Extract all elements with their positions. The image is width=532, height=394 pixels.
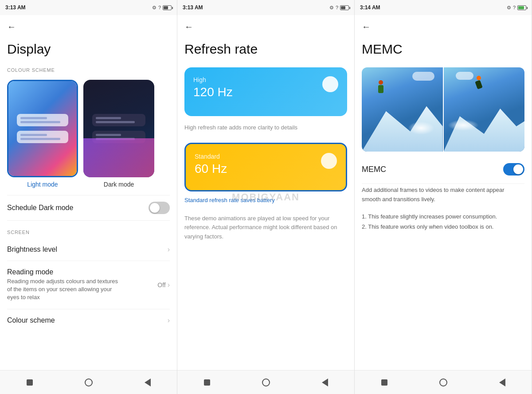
nav-square-icon-3: [381, 379, 387, 386]
status-icons-2: ⚙ ?: [329, 5, 349, 11]
theme-option-light[interactable]: Light mode: [7, 80, 78, 188]
question-icon-2: ?: [336, 5, 338, 10]
memc-notes: 1. This feature slightly increases power…: [355, 210, 532, 238]
refresh-card-standard[interactable]: Standard 60 Hz: [184, 143, 347, 191]
reading-mode-left: Reading mode Reading mode adjusts colour…: [7, 268, 122, 302]
brightness-right: ›: [168, 246, 170, 254]
high-card-hz: 120 Hz: [193, 85, 338, 99]
panel-content-2: High 120 Hz High refresh rate adds more …: [177, 64, 354, 370]
refresh-note: These demo animations are played at low …: [177, 209, 354, 247]
battery-indicator-1: [163, 5, 172, 10]
colour-scheme-title: Colour scheme: [7, 316, 55, 324]
memc-toggle-row: MEMC: [355, 155, 532, 183]
brightness-menu-item[interactable]: Brightness level ›: [0, 238, 177, 261]
settings-icon-1: ⚙: [152, 5, 156, 11]
preview-line-2: [20, 121, 60, 123]
memc-toggle[interactable]: [503, 163, 524, 176]
nav-circle-btn-1[interactable]: [82, 375, 96, 390]
colour-scheme-menu-item[interactable]: Colour scheme ›: [0, 309, 177, 332]
status-bar-1: 3:13 AM ⚙ ?: [0, 0, 177, 15]
snow-spray-left: [408, 121, 434, 135]
high-card-label: High: [193, 76, 338, 83]
page-title-2: Refresh rate: [177, 38, 354, 64]
display-panel: 3:13 AM ⚙ ? ← Display COLOUR SCHEME: [0, 0, 177, 394]
memc-description: Add additional frames to videos to make …: [355, 184, 532, 210]
preview-card-2: [17, 131, 68, 143]
panel-content-3: MEMC Add additional frames to videos to …: [355, 64, 532, 370]
theme-selector: Light mode: [0, 76, 177, 195]
preview-line-3: [20, 134, 47, 136]
page-title-1: Display: [0, 38, 177, 64]
back-button-2[interactable]: ←: [184, 22, 193, 32]
standard-link: Standard refresh rate saves battery: [177, 195, 354, 209]
schedule-dark-label: Schedule Dark mode: [7, 204, 73, 212]
back-button-3[interactable]: ←: [362, 22, 371, 32]
nav-square-icon-1: [27, 379, 33, 386]
status-icons-3: ⚙ ?: [507, 5, 526, 11]
brightness-title: Brightness level: [7, 246, 57, 254]
nav-circle-btn-2[interactable]: [259, 375, 273, 390]
preview-line-1: [20, 117, 47, 119]
standard-card-label: Standard: [195, 153, 337, 160]
divider-2: [7, 220, 170, 221]
bottom-nav-3: [355, 370, 532, 394]
status-time-1: 3:13 AM: [5, 4, 26, 11]
preview-line-4: [20, 138, 60, 140]
refresh-card-high[interactable]: High 120 Hz: [184, 67, 347, 116]
cloud-right: [456, 72, 473, 80]
cloud-left: [412, 72, 434, 81]
colour-scheme-left: Colour scheme: [7, 316, 55, 324]
dark-mode-label: Dark mode: [104, 181, 134, 188]
bottom-nav-1: [0, 370, 177, 394]
nav-back-btn-2[interactable]: [318, 375, 332, 390]
dark-accent: [83, 138, 154, 177]
nav-square-btn-1[interactable]: [23, 375, 37, 390]
memc-note-2: 2. This feature works only when video to…: [362, 223, 493, 230]
status-bar-3: 3:14 AM ⚙ ?: [355, 0, 532, 15]
light-mode-label: Light mode: [27, 181, 58, 188]
theme-option-dark[interactable]: Dark mode: [83, 80, 154, 188]
status-time-3: 3:14 AM: [360, 4, 380, 11]
nav-triangle-icon-2: [322, 378, 328, 386]
colour-scheme-chevron: ›: [168, 316, 170, 324]
reading-mode-title: Reading mode: [7, 268, 122, 276]
nav-circle-icon-1: [85, 378, 93, 386]
status-icons-1: ⚙ ?: [152, 5, 172, 11]
schedule-dark-toggle[interactable]: [149, 202, 170, 214]
light-mode-preview[interactable]: [7, 80, 78, 177]
brightness-chevron: ›: [168, 246, 170, 254]
nav-square-icon-2: [204, 379, 210, 386]
question-icon-1: ?: [158, 5, 161, 10]
dark-mode-preview[interactable]: [83, 80, 154, 177]
reading-mode-menu-item[interactable]: Reading mode Reading mode adjusts colour…: [0, 261, 177, 309]
reading-mode-value: Off: [157, 281, 165, 289]
memc-image-left: [362, 67, 443, 152]
section-label-screen: SCREEN: [0, 226, 177, 238]
memc-panel: 3:14 AM ⚙ ? ← MEMC: [355, 0, 532, 394]
colour-scheme-right: ›: [168, 316, 170, 324]
memc-toggle-label: MEMC: [362, 165, 386, 174]
standard-card-hz: 60 Hz: [195, 162, 337, 176]
nav-triangle-icon-1: [145, 378, 151, 386]
memc-toggle-thumb: [513, 164, 523, 174]
settings-icon-2: ⚙: [329, 5, 334, 11]
nav-circle-btn-3[interactable]: [436, 375, 450, 390]
nav-square-btn-2[interactable]: [200, 375, 214, 390]
refresh-rate-panel: 3:13 AM ⚙ ? ← Refresh rate High 120 Hz H…: [177, 0, 355, 394]
back-button-1[interactable]: ←: [7, 22, 16, 32]
top-nav-3: ←: [355, 15, 532, 38]
high-hint: High refresh rate adds more clarity to d…: [177, 120, 354, 139]
reading-mode-chevron: ›: [168, 281, 170, 289]
nav-circle-icon-3: [439, 378, 447, 386]
preview-card-1: [17, 114, 68, 126]
nav-back-btn-1[interactable]: [141, 375, 155, 390]
page-title-3: MEMC: [355, 38, 532, 64]
nav-triangle-icon-3: [499, 378, 505, 386]
high-card-dot: [322, 76, 338, 92]
nav-square-btn-3[interactable]: [377, 375, 391, 390]
skier-left: [378, 80, 383, 93]
panel-content-1: COLOUR SCHEME Light: [0, 64, 177, 370]
memc-note-1: 1. This feature slightly increases power…: [362, 213, 497, 220]
nav-back-btn-3[interactable]: [495, 375, 509, 390]
battery-indicator-2: [340, 5, 349, 10]
